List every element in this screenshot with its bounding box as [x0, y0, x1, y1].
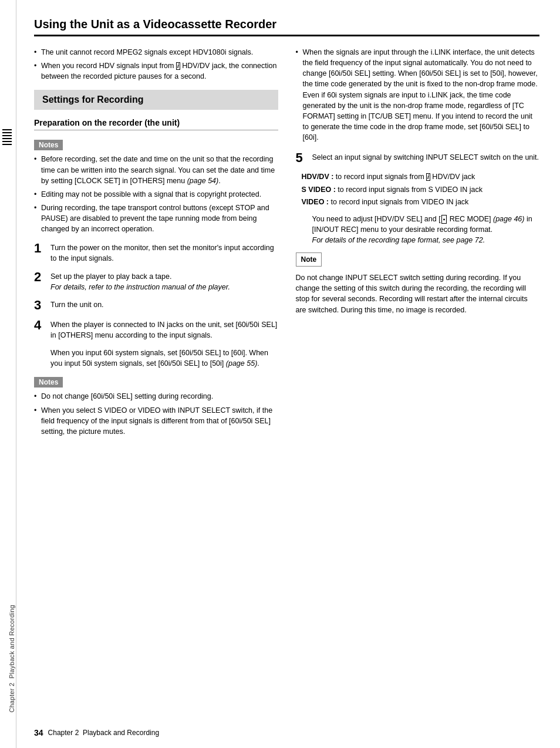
notes-bullet-3: During recording, the tape transport con… — [34, 203, 278, 234]
sidebar-line — [2, 129, 12, 130]
sidebar-line — [2, 138, 12, 139]
signal-svideo: S VIDEO : to record input signals from S… — [296, 185, 540, 196]
note-single-label: Note — [296, 252, 322, 267]
note-single-container: Note Do not change INPUT SELECT switch s… — [296, 252, 540, 315]
two-col-layout: The unit cannot record MPEG2 signals exc… — [34, 47, 539, 445]
left-column: The unit cannot record MPEG2 signals exc… — [34, 47, 278, 445]
right-bullet-list: When the signals are input through the i… — [296, 47, 540, 143]
notes-bullet-list-2: Do not change [60i/50i SEL] setting duri… — [34, 391, 278, 437]
sidebar-section-label: Playback and Recording — [8, 605, 15, 679]
footer-page-number: 34 — [34, 728, 43, 737]
step-3-content: Turn the unit on. — [50, 299, 278, 310]
step-1-content: Turn the power on the monitor, then set … — [50, 242, 278, 264]
notes-bullet-list-1: Before recording, set the date and time … — [34, 154, 278, 234]
signal-svideo-label: S VIDEO : — [302, 186, 336, 194]
footer: 34 Chapter 2 Playback and Recording — [34, 728, 539, 737]
footer-chapter-num: 2 — [75, 729, 79, 737]
settings-heading: Settings for Recording — [42, 95, 270, 105]
step-5-indent: You need to adjust [HDV/DV SEL] and [▪ R… — [312, 214, 540, 245]
main-content: Using the Unit as a Videocassette Record… — [16, 0, 560, 748]
step-5-content: Select an input signal by switching INPU… — [312, 152, 540, 163]
intro-bullet-list: The unit cannot record MPEG2 signals exc… — [34, 47, 278, 82]
step-4-number: 4 — [34, 318, 50, 332]
sidebar-chapter-label: Chapter 2 — [8, 683, 15, 713]
signal-hdvdv-label: HDV/DV : — [302, 173, 334, 181]
settings-box: Settings for Recording — [34, 90, 278, 110]
note-single-text: Do not change INPUT SELECT switch settin… — [296, 272, 540, 315]
step-1: 1 Turn the power on the monitor, then se… — [34, 242, 278, 264]
signal-video-label: VIDEO : — [302, 198, 329, 206]
step-2-content: Set up the player to play back a tape. F… — [50, 271, 278, 292]
step-2: 2 Set up the player to play back a tape.… — [34, 271, 278, 292]
step-4: 4 When the player is connected to IN jac… — [34, 319, 278, 341]
signal-list: HDV/DV : to record input signals from i … — [296, 172, 540, 208]
sidebar-line — [2, 141, 12, 142]
intro-bullet-1: The unit cannot record MPEG2 signals exc… — [34, 47, 278, 58]
rec-icon: ▪ — [441, 215, 447, 224]
notes-bullet-2: Editing may not be possible with a signa… — [34, 189, 278, 200]
signal-video: VIDEO : to record input signals from VID… — [296, 197, 540, 208]
right-bullet-1: When the signals are input through the i… — [296, 47, 540, 143]
right-column: When the signals are input through the i… — [296, 47, 540, 445]
step-5-number: 5 — [296, 151, 312, 165]
step-4-indent: When you input 60i system signals, set [… — [50, 348, 278, 369]
step-2-number: 2 — [34, 270, 50, 284]
notes-label-1: Notes — [34, 140, 63, 150]
step-3-number: 3 — [34, 298, 50, 312]
page-title: Using the Unit as a Videocassette Record… — [34, 18, 539, 31]
signal-hdvdv: HDV/DV : to record input signals from i … — [296, 172, 540, 183]
sidebar-line — [2, 144, 12, 145]
step-3: 3 Turn the unit on. — [34, 299, 278, 312]
sidebar-lines — [2, 129, 12, 145]
notes-bullet-1: Before recording, set the date and time … — [34, 154, 278, 186]
page-container: Chapter 2 Playback and Recording Using t… — [0, 0, 560, 748]
prep-heading: Preparation on the recorder (the unit) — [34, 118, 278, 130]
notes2-bullet-1: Do not change [60i/50i SEL] setting duri… — [34, 391, 278, 402]
notes2-bullet-2: When you select S VIDEO or VIDEO with IN… — [34, 405, 278, 437]
footer-chapter-text: Chapter — [48, 729, 73, 737]
sidebar-line — [2, 132, 12, 133]
sidebar-rotated-text: Chapter 2 Playback and Recording — [8, 605, 15, 713]
notes-label-2: Notes — [34, 377, 63, 388]
sidebar-line — [2, 135, 12, 136]
step-4-content: When the player is connected to IN jacks… — [50, 319, 278, 341]
footer-section-text: Playback and Recording — [83, 729, 159, 737]
intro-bullet-2: When you record HDV signals input from i… — [34, 60, 278, 82]
page-header: Using the Unit as a Videocassette Record… — [34, 18, 539, 36]
step-5: 5 Select an input signal by switching IN… — [296, 152, 540, 165]
sidebar: Chapter 2 Playback and Recording — [0, 0, 16, 748]
step-1-number: 1 — [34, 241, 50, 255]
